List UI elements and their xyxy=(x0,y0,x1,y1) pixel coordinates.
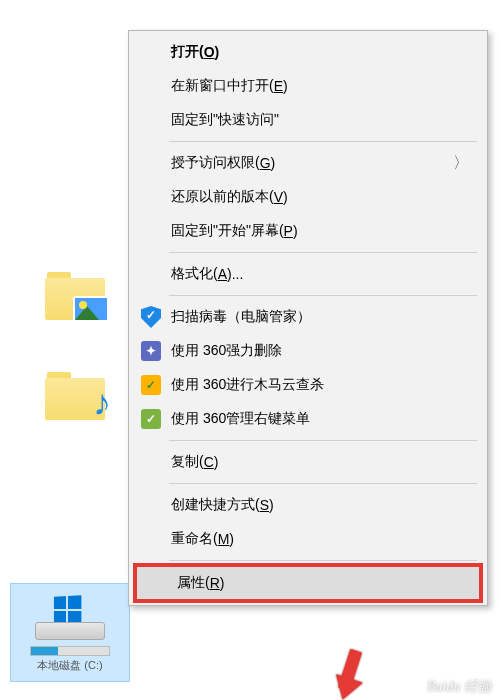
separator xyxy=(169,483,477,484)
menu-properties[interactable]: 属性(R) xyxy=(133,563,483,603)
separator xyxy=(169,141,477,142)
drive-c-item[interactable]: 本地磁盘 (C:) xyxy=(10,583,130,682)
shredder-icon: ✦ xyxy=(141,341,161,361)
drive-icon xyxy=(35,592,105,640)
menu-360-trojan-scan[interactable]: ✓ 使用 360进行木马云查杀 xyxy=(131,368,485,402)
drive-label: 本地磁盘 (C:) xyxy=(15,658,125,673)
pictures-folder-icon[interactable] xyxy=(45,270,105,320)
separator xyxy=(169,560,477,561)
menu-restore-previous[interactable]: 还原以前的版本(V) xyxy=(131,180,485,214)
menu-rename[interactable]: 重命名(M) xyxy=(131,522,485,556)
360-scan-icon: ✓ xyxy=(141,375,161,395)
shield-icon xyxy=(141,307,161,327)
context-menu: 打开(O) 在新窗口中打开(E) 固定到"快速访问" 授予访问权限(G) 〉 还… xyxy=(128,30,488,606)
menu-360-manage-context[interactable]: ✓ 使用 360管理右键菜单 xyxy=(131,402,485,436)
menu-pin-quick-access[interactable]: 固定到"快速访问" xyxy=(131,103,485,137)
menu-open[interactable]: 打开(O) xyxy=(131,35,485,69)
menu-grant-access[interactable]: 授予访问权限(G) 〉 xyxy=(131,146,485,180)
drive-usage-bar xyxy=(30,646,110,656)
separator xyxy=(169,440,477,441)
watermark: Baidu 经验 xyxy=(427,678,492,696)
menu-360-force-delete[interactable]: ✦ 使用 360强力删除 xyxy=(131,334,485,368)
menu-create-shortcut[interactable]: 创建快捷方式(S) xyxy=(131,488,485,522)
menu-open-new-window[interactable]: 在新窗口中打开(E) xyxy=(131,69,485,103)
menu-pin-start[interactable]: 固定到"开始"屏幕(P) xyxy=(131,214,485,248)
separator xyxy=(169,252,477,253)
submenu-arrow-icon: 〉 xyxy=(453,153,469,174)
music-folder-icon[interactable]: ♪ xyxy=(45,370,105,420)
desktop-background: ♪ 本地磁盘 (C:) xyxy=(0,0,130,700)
menu-scan-virus[interactable]: 扫描病毒（电脑管家） xyxy=(131,300,485,334)
separator xyxy=(169,295,477,296)
menu-format[interactable]: 格式化(A)... xyxy=(131,257,485,291)
360-manage-icon: ✓ xyxy=(141,409,161,429)
menu-copy[interactable]: 复制(C) xyxy=(131,445,485,479)
